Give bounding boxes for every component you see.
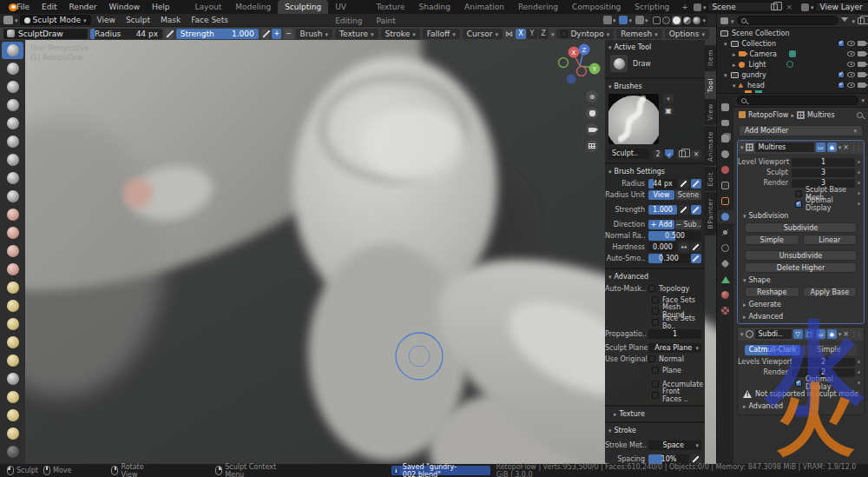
render-visibility-icon[interactable] bbox=[858, 51, 865, 56]
view-layer-icon[interactable] bbox=[801, 3, 809, 11]
tab-edit[interactable]: Edit bbox=[705, 167, 716, 191]
radius-pressure-icon[interactable] bbox=[691, 179, 701, 189]
brush-preview[interactable] bbox=[608, 94, 659, 144]
workspace-rendering[interactable]: Rendering bbox=[511, 0, 565, 14]
show-gizmo-icon[interactable] bbox=[619, 16, 628, 24]
use-original-normal-checkbox[interactable] bbox=[648, 355, 655, 362]
editor-type-chevron-icon[interactable] bbox=[15, 16, 18, 24]
sculpt-base-mesh-checkbox[interactable] bbox=[795, 190, 802, 197]
symmetry-y-toggle[interactable]: Y bbox=[527, 29, 537, 39]
outliner-row-light[interactable]: Light bbox=[717, 59, 868, 70]
autosmooth-slider[interactable]: 0.300 bbox=[648, 254, 689, 263]
tool-layer[interactable] bbox=[2, 133, 23, 150]
scene-icon[interactable] bbox=[694, 3, 701, 11]
workspace-modeling[interactable]: Modeling bbox=[228, 0, 278, 14]
strength-slider[interactable]: Strength 1.000 bbox=[176, 29, 259, 39]
tab-world-properties[interactable] bbox=[717, 163, 733, 176]
tool-thumb[interactable] bbox=[2, 352, 23, 369]
menu-help[interactable]: Help bbox=[146, 3, 176, 11]
tab-object-properties[interactable] bbox=[717, 195, 733, 208]
tool-blob[interactable] bbox=[2, 169, 23, 187]
tab-item[interactable]: Item bbox=[705, 45, 716, 71]
tool-snake-hook[interactable] bbox=[2, 334, 23, 351]
sculpt-levels-slider[interactable]: 3 bbox=[792, 169, 855, 177]
tool-crease[interactable] bbox=[2, 188, 23, 205]
automask-topology-checkbox[interactable] bbox=[648, 285, 655, 292]
workspace-shading[interactable]: Shading bbox=[411, 0, 457, 14]
workspace-uv-editing[interactable]: UV Editing bbox=[328, 0, 369, 14]
radius-unit-scene[interactable]: Scene bbox=[675, 190, 701, 200]
filter-icon[interactable] bbox=[841, 17, 849, 24]
tool-rotate[interactable] bbox=[2, 407, 23, 424]
modifier-extras-icon[interactable] bbox=[838, 330, 842, 338]
options-dropdown[interactable]: Options bbox=[665, 29, 709, 39]
remesh-dropdown[interactable]: Remesh bbox=[616, 29, 662, 39]
exclude-checkbox[interactable] bbox=[838, 71, 845, 78]
automask-face-sets-checkbox[interactable] bbox=[652, 296, 659, 303]
direction-add[interactable]: + Add bbox=[648, 220, 674, 229]
shading-material-icon[interactable] bbox=[683, 17, 691, 24]
automask-face-sets-boundary-checkbox[interactable] bbox=[652, 319, 659, 326]
tab-render-properties[interactable] bbox=[717, 101, 733, 114]
zoom-icon[interactable]: ⊕ bbox=[586, 90, 598, 103]
tab-constraint-properties[interactable] bbox=[717, 257, 733, 270]
hide-eye-icon[interactable] bbox=[847, 83, 855, 88]
automask-mesh-boundary-checkbox[interactable] bbox=[652, 308, 659, 315]
levels-viewport-slider[interactable]: 2 bbox=[792, 358, 855, 367]
pin-icon[interactable] bbox=[857, 112, 863, 118]
brush-image-icon[interactable]: ▣ bbox=[663, 106, 674, 116]
xray-toggle-icon[interactable] bbox=[653, 17, 661, 24]
tool-clay-thumb[interactable] bbox=[2, 115, 23, 132]
new-collection-icon[interactable] bbox=[858, 17, 865, 24]
hide-eye-icon[interactable] bbox=[847, 41, 855, 46]
stroke-method-dropdown[interactable]: Space bbox=[648, 441, 701, 450]
show-edit-mode-icon[interactable]: ▽ bbox=[793, 329, 803, 339]
tab-output-properties[interactable] bbox=[717, 116, 733, 129]
tool-inflate[interactable] bbox=[2, 151, 23, 169]
subdivide-simple-button[interactable]: Simple bbox=[745, 235, 799, 245]
workspace-sculpting[interactable]: Sculpting bbox=[278, 0, 328, 14]
radius-slider[interactable]: 44 px bbox=[648, 179, 677, 189]
menu-render[interactable]: Render bbox=[63, 3, 103, 11]
camera-view-icon[interactable] bbox=[586, 123, 598, 136]
outliner-row-collection[interactable]: Collection bbox=[717, 38, 868, 49]
brush-users-count[interactable]: 2 bbox=[653, 149, 663, 159]
mode-dropdown[interactable]: Sculpt Mode bbox=[20, 15, 91, 25]
strength-pressure-icon[interactable] bbox=[691, 205, 701, 215]
menu-sculpt[interactable]: Sculpt bbox=[122, 16, 155, 24]
tool-draw[interactable] bbox=[2, 42, 23, 59]
expand-icon[interactable] bbox=[740, 330, 744, 338]
dyntopo-checkbox[interactable] bbox=[561, 30, 568, 37]
render-visibility-icon[interactable] bbox=[858, 72, 865, 77]
show-viewport-icon[interactable]: ▭ bbox=[816, 329, 825, 339]
symmetry-dropdown-icon[interactable] bbox=[551, 30, 555, 38]
brush-add-button[interactable]: + bbox=[272, 29, 281, 39]
hide-eye-icon[interactable] bbox=[847, 51, 855, 56]
tool-mask[interactable] bbox=[2, 443, 23, 460]
texture-dropdown[interactable]: Texture bbox=[335, 29, 378, 39]
apply-base-button[interactable]: Apply Base bbox=[803, 287, 858, 297]
front-faces-only-checkbox[interactable] bbox=[652, 392, 659, 399]
delete-higher-button[interactable]: Delete Higher bbox=[745, 262, 857, 273]
level-viewport-slider[interactable]: 1 bbox=[792, 158, 855, 167]
tab-particle-properties[interactable] bbox=[717, 226, 733, 239]
strength-pressure-icon[interactable] bbox=[261, 29, 270, 39]
strength-edit-icon[interactable] bbox=[679, 205, 689, 215]
render-visibility-icon[interactable] bbox=[858, 41, 865, 46]
drag-handle-icon[interactable]: ⋮⋮ bbox=[851, 331, 861, 338]
outliner-row-head[interactable]: ▲ head bbox=[717, 80, 868, 90]
tool-grab[interactable] bbox=[2, 297, 23, 315]
workspace-layout[interactable]: Layout bbox=[188, 0, 229, 14]
scene-name-field[interactable]: Scene bbox=[707, 2, 782, 12]
tab-view[interactable]: View bbox=[705, 99, 716, 125]
perspective-grid-icon[interactable] bbox=[586, 140, 598, 152]
object-visibility-icon[interactable] bbox=[603, 16, 612, 24]
breadcrumb-object[interactable]: RetopoFlow bbox=[748, 111, 788, 119]
show-render-icon[interactable]: ◉ bbox=[827, 329, 837, 339]
tool-flatten[interactable] bbox=[2, 224, 23, 242]
tab-physics-properties[interactable] bbox=[717, 242, 733, 255]
draw-tool-icon[interactable] bbox=[610, 55, 628, 72]
properties-search-input[interactable] bbox=[737, 96, 858, 105]
animate-dot-icon[interactable] bbox=[858, 171, 860, 174]
show-render-icon[interactable]: ◉ bbox=[827, 142, 837, 152]
